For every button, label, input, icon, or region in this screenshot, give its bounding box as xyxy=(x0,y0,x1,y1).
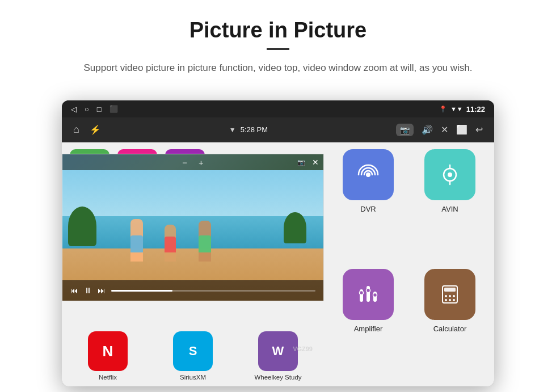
play-pause-btn[interactable]: ⏸ xyxy=(84,286,92,295)
android-status-bar: ◁ ○ □ ⬛ 📍 ▼▼ 11:22 xyxy=(62,100,494,117)
nav-bar: ⌂ ⚡ ▼ 5:28 PM 📷 🔊 ✕ ⬜ ↩ xyxy=(62,117,494,142)
svg-point-18 xyxy=(453,299,455,301)
page-subtitle: Support video picture in picture functio… xyxy=(74,60,482,75)
pip-controls: − + xyxy=(182,154,204,170)
svg-point-15 xyxy=(453,295,455,297)
svg-point-4 xyxy=(448,172,452,177)
prev-btn[interactable]: ⏮ xyxy=(70,286,78,295)
wifi-nav-icon: ▼ xyxy=(229,126,236,134)
svg-point-16 xyxy=(445,299,447,301)
app-avin[interactable]: AVIN xyxy=(414,149,486,260)
page-wrapper: Picture in Picture Support video picture… xyxy=(0,0,556,386)
signal-icon: ▼▼ xyxy=(450,106,463,112)
calculator-svg-icon xyxy=(437,281,463,307)
svg-point-14 xyxy=(449,295,451,297)
status-bar-left: ◁ ○ □ ⬛ xyxy=(71,105,118,113)
tree-right xyxy=(284,212,306,243)
title-divider xyxy=(267,48,289,50)
app-calculator[interactable]: Calculator xyxy=(414,269,486,380)
nav-center: ▼ 5:28 PM xyxy=(229,125,268,134)
page-title: Picture in Picture xyxy=(34,18,522,43)
svg-point-10 xyxy=(373,293,377,297)
video-section: 📷 − + ✕ xyxy=(62,142,324,386)
tree-left xyxy=(68,206,96,246)
wheelkey-icon: W xyxy=(258,331,298,371)
nav-right: 📷 🔊 ✕ ⬜ ↩ xyxy=(396,124,483,136)
app-wheelkey[interactable]: W Wheelkey Study xyxy=(240,331,316,381)
app-amplifier[interactable]: Amplifier xyxy=(332,269,405,380)
amplifier-svg-icon xyxy=(355,281,381,307)
svg-rect-12 xyxy=(444,288,456,292)
person-shirt-2 xyxy=(165,237,176,252)
back-icon[interactable]: ◁ xyxy=(71,105,77,113)
volume-nav-icon[interactable]: 🔊 xyxy=(422,124,433,135)
avin-label: AVIN xyxy=(441,205,458,213)
progress-fill xyxy=(111,290,172,292)
amplifier-label: Amplifier xyxy=(354,324,383,333)
pip-plus-btn[interactable]: + xyxy=(199,158,204,167)
netflix-label: Netflix xyxy=(99,374,117,381)
main-content: 📷 − + ✕ xyxy=(62,142,494,386)
header-section: Picture in Picture Support video picture… xyxy=(0,0,556,87)
recents-icon[interactable]: □ xyxy=(97,105,102,113)
pip-minus-btn[interactable]: − xyxy=(182,158,187,167)
wheelkey-label: Wheelkey Study xyxy=(254,374,301,381)
back-nav-icon[interactable]: ↩ xyxy=(475,124,483,135)
dvr-svg-icon xyxy=(355,162,381,188)
bottom-app-row: N Netflix S SiriusXM W Whee xyxy=(62,327,324,386)
right-app-grid: DVR AVIN xyxy=(324,142,494,386)
dvr-label: DVR xyxy=(360,205,376,213)
netflix-icon: N xyxy=(88,331,128,371)
video-content xyxy=(62,154,323,301)
siriusxm-icon: S xyxy=(173,331,213,371)
progress-bar[interactable] xyxy=(111,290,315,292)
location-icon: 📍 xyxy=(439,106,447,113)
video-controls-bar: ⏮ ⏸ ⏭ xyxy=(62,280,323,301)
calculator-icon-wrapper xyxy=(424,269,475,320)
next-btn[interactable]: ⏭ xyxy=(98,286,106,295)
home-nav-icon[interactable]: ⌂ xyxy=(73,124,79,136)
usb-icon[interactable]: ⚡ xyxy=(90,124,101,135)
app-netflix[interactable]: N Netflix xyxy=(70,331,146,381)
siriusxm-label: SiriusXM xyxy=(180,374,206,381)
amplifier-icon-wrapper xyxy=(343,269,394,320)
person-shirt-1 xyxy=(130,235,143,252)
pip-camera-icon: 📷 xyxy=(297,159,305,166)
svg-point-13 xyxy=(445,295,447,297)
app-siriusxm[interactable]: S SiriusXM xyxy=(155,331,231,381)
svg-point-0 xyxy=(366,172,370,177)
nav-left: ⌂ ⚡ xyxy=(73,124,101,136)
window-nav-icon[interactable]: ⬜ xyxy=(456,124,467,135)
pip-top-bar: 📷 − + ✕ xyxy=(62,154,323,170)
svg-point-17 xyxy=(449,299,451,301)
app-dvr[interactable]: DVR xyxy=(332,149,405,260)
device-frame: ◁ ○ □ ⬛ 📍 ▼▼ 11:22 ⌂ ⚡ ▼ 5:28 PM 📷 xyxy=(62,100,494,386)
watermark: VGZ99 xyxy=(293,345,313,352)
avin-icon-wrapper xyxy=(424,149,475,200)
close-nav-icon[interactable]: ✕ xyxy=(441,124,448,135)
person-shirt-3 xyxy=(199,235,211,252)
pip-close-btn[interactable]: ✕ xyxy=(312,158,319,167)
status-bar-right: 📍 ▼▼ 11:22 xyxy=(439,105,485,113)
pip-video-window[interactable]: 📷 − + ✕ xyxy=(62,154,324,301)
status-time: 11:22 xyxy=(466,105,485,113)
svg-point-9 xyxy=(367,289,370,293)
camera-nav-icon[interactable]: 📷 xyxy=(396,124,414,136)
nav-time: 5:28 PM xyxy=(241,125,268,134)
dvr-icon-wrapper xyxy=(343,149,394,200)
home-icon[interactable]: ○ xyxy=(85,105,89,113)
svg-point-8 xyxy=(360,291,364,295)
avin-svg-icon xyxy=(437,162,463,188)
menu-icon[interactable]: ⬛ xyxy=(109,105,118,113)
calculator-label: Calculator xyxy=(433,324,467,333)
